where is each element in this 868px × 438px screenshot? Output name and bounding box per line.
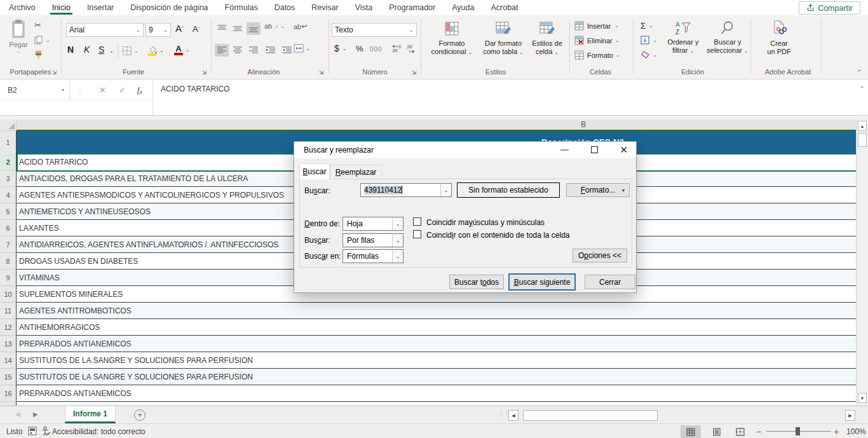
row-header[interactable]: 3 — [0, 170, 17, 187]
alignment-dialog-launcher[interactable]: ⇲ — [318, 69, 325, 76]
match-entire-cell-checkbox[interactable] — [413, 230, 421, 238]
create-pdf-button[interactable]: Crearun PDF — [760, 20, 798, 56]
increase-decimal-button[interactable]: ,000 — [390, 44, 402, 53]
scroll-right-icon[interactable]: ▶ — [845, 410, 855, 421]
ribbon-tab-datos[interactable]: Datos — [266, 0, 304, 15]
cell-styles-button[interactable]: Estilos decelda ⌄ — [527, 22, 567, 57]
within-dropdown-icon[interactable]: ⌄ — [392, 217, 403, 230]
sort-filter-button[interactable]: AZ Ordenar yfiltrar ⌄ — [662, 20, 704, 55]
scroll-left-icon[interactable]: ◀ — [508, 410, 519, 421]
borders-button[interactable]: ⌄ — [122, 46, 139, 56]
ribbon-tab-revisar[interactable]: Revisar — [303, 0, 346, 15]
within-combo[interactable]: Hoja⌄ — [342, 217, 403, 231]
scroll-down-icon[interactable]: ▼ — [858, 393, 867, 403]
ribbon-tab-programador[interactable]: Programador — [381, 0, 444, 15]
underline-button[interactable]: S — [98, 44, 104, 55]
ribbon-tab-vista[interactable]: Vista — [347, 0, 381, 15]
page-layout-view-button[interactable] — [707, 425, 727, 438]
font-size-combo[interactable]: 9⌄ — [146, 23, 171, 37]
fill-button[interactable]: ⌄ — [641, 36, 657, 44]
fill-color-button[interactable]: ⌄ — [147, 44, 164, 56]
formula-grip[interactable]: ⋮ — [76, 86, 84, 95]
clear-button[interactable]: ⌄ — [641, 50, 657, 59]
comma-style-button[interactable]: 000 — [370, 46, 383, 53]
search-order-combo[interactable]: Por filas⌄ — [342, 233, 403, 247]
row-header[interactable]: 1 — [0, 131, 17, 154]
vertical-scroll-thumb[interactable] — [858, 133, 867, 147]
find-what-dropdown-icon[interactable]: ⌄ — [440, 184, 451, 196]
row-header[interactable]: 9 — [0, 270, 17, 286]
row-header[interactable]: 11 — [0, 303, 17, 319]
tab-buscar[interactable]: Buscar — [299, 163, 330, 179]
cell[interactable]: ANTIHEMORRAGICOS — [17, 319, 856, 336]
cell[interactable]: AGENTES ANTITROMBOTICOS — [17, 303, 856, 319]
enter-icon[interactable]: ✓ — [119, 85, 126, 95]
row-header[interactable]: 2 — [0, 154, 17, 170]
row-header[interactable]: 7 — [0, 236, 17, 253]
match-case-checkbox[interactable] — [413, 217, 421, 226]
shrink-font-button[interactable]: Aˇ — [193, 24, 200, 34]
row-header[interactable]: 13 — [0, 336, 17, 352]
name-box[interactable]: B2▾ — [0, 79, 70, 100]
zoom-slider-thumb[interactable] — [796, 427, 800, 435]
decrease-indent-button[interactable] — [263, 44, 277, 57]
font-color-button[interactable]: A ⌄ — [174, 44, 190, 55]
look-in-combo[interactable]: Fórmulas⌄ — [342, 249, 403, 263]
row-header[interactable]: 6 — [0, 220, 17, 236]
increase-indent-button[interactable] — [280, 44, 294, 57]
merge-center-button[interactable]: ⌄ — [294, 44, 310, 53]
paste-button[interactable]: Pegar ⌄ — [5, 19, 32, 54]
clipboard-dialog-launcher[interactable]: ⇲ — [51, 69, 58, 76]
align-right-button[interactable] — [247, 44, 261, 57]
row-header[interactable]: 4 — [0, 187, 17, 203]
orientation-button[interactable]: ab→⌄ — [264, 22, 285, 30]
prev-sheet-icon[interactable]: ◀ — [15, 411, 20, 418]
cut-button[interactable]: ✂ — [34, 20, 41, 30]
insert-cells-button[interactable]: Insertar⌄ — [574, 21, 619, 31]
ribbon-tab-ayuda[interactable]: Ayuda — [444, 0, 482, 15]
ribbon-tab-inicio[interactable]: Inicio — [44, 0, 79, 15]
bold-button[interactable]: N — [67, 44, 74, 55]
number-format-combo[interactable]: Texto⌄ — [332, 23, 417, 37]
delete-cells-button[interactable]: Eliminar⌄ — [574, 36, 619, 45]
add-sheet-button[interactable]: + — [134, 409, 146, 421]
horizontal-scroll-thumb[interactable] — [523, 410, 658, 421]
find-all-button[interactable]: Buscar todos — [449, 275, 504, 289]
wrap-text-button[interactable]: ab↩ — [294, 22, 307, 31]
dialog-minimize-icon[interactable] — [560, 149, 569, 151]
share-button[interactable]: Compartir — [799, 1, 860, 15]
autosum-button[interactable]: Σ⌄ — [641, 21, 653, 31]
row-header[interactable]: 5 — [0, 203, 17, 220]
page-break-view-button[interactable] — [730, 425, 750, 438]
currency-button[interactable]: $⌄ — [334, 43, 347, 53]
look-in-dropdown-icon[interactable]: ⌄ — [392, 250, 403, 263]
number-dialog-launcher[interactable]: ⇲ — [410, 69, 417, 76]
cell[interactable]: PREPARADOS ANTIANEMICOS — [17, 385, 856, 402]
dialog-title-bar[interactable]: Buscar y reemplazar — [294, 142, 636, 158]
macro-record-icon[interactable] — [28, 427, 37, 435]
scroll-up-icon[interactable]: ▲ — [858, 121, 867, 131]
tab-reemplazar[interactable]: Reemplazar — [330, 165, 382, 179]
row-header[interactable]: 15 — [0, 369, 17, 385]
row-header[interactable]: 8 — [0, 253, 17, 270]
cell[interactable]: SUSTITUTOS DE LA SANGRE Y SOLUCIONES PAR… — [17, 369, 856, 385]
cell[interactable]: PREPARADOS ANTIANEMICOS — [17, 336, 856, 352]
align-left-button[interactable] — [215, 44, 229, 57]
font-dialog-launcher[interactable]: ⇲ — [201, 69, 208, 76]
find-select-button[interactable]: Buscar yseleccionar ⌄ — [704, 20, 751, 55]
format-button[interactable]: Formato...▾ — [566, 183, 630, 197]
underline-dropdown[interactable]: ⌄ — [109, 48, 114, 54]
copy-button[interactable]: ⌄ — [34, 36, 50, 44]
row-header[interactable]: 12 — [0, 319, 17, 336]
row-header[interactable]: 14 — [0, 352, 17, 369]
find-what-combo[interactable]: 439110412 ⌄ — [360, 183, 452, 197]
status-accessibility[interactable]: Accesibilidad: todo correcto — [52, 427, 146, 436]
find-next-button[interactable]: Buscar siguiente — [508, 273, 576, 291]
format-painter-button[interactable] — [34, 50, 43, 59]
align-top-button[interactable] — [215, 22, 229, 35]
ribbon-tab-acrobat[interactable]: Acrobat — [482, 0, 526, 15]
ribbon-tab-f-rmulas[interactable]: Fórmulas — [217, 0, 266, 15]
row-header[interactable]: 10 — [0, 286, 17, 303]
insert-function-icon[interactable]: fx — [137, 85, 142, 95]
no-format-preview[interactable]: Sin formato establecido — [457, 182, 560, 198]
